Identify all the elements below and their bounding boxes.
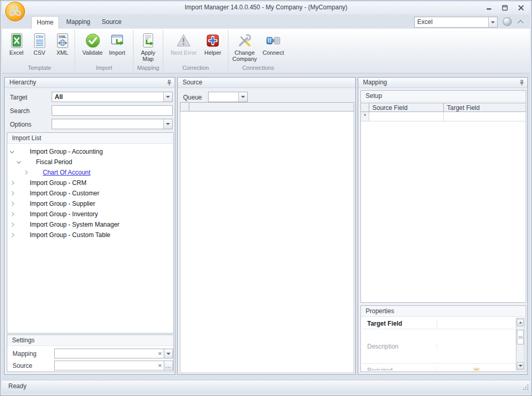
expanded-chevron-icon[interactable] bbox=[17, 159, 21, 164]
collapsed-chevron-icon[interactable] bbox=[23, 170, 28, 175]
mapping-setting-input[interactable] bbox=[55, 350, 156, 357]
change-company-button[interactable]: Change Company bbox=[229, 31, 260, 62]
mapping-setting-editor: × bbox=[54, 349, 173, 358]
tree-item-label[interactable]: Import Group - System Manager bbox=[30, 221, 119, 228]
excel-file-icon bbox=[8, 32, 25, 49]
tab-home[interactable]: Home bbox=[31, 16, 59, 29]
collapsed-chevron-icon[interactable] bbox=[10, 222, 14, 227]
options-label: Options bbox=[10, 121, 31, 128]
template-type-combo-dropdown[interactable] bbox=[488, 17, 497, 27]
orb-button[interactable] bbox=[503, 17, 512, 26]
warning-triangle-icon bbox=[175, 32, 192, 49]
mapping-setting-dropdown[interactable] bbox=[164, 349, 173, 358]
scroll-up-button[interactable] bbox=[517, 319, 524, 326]
template-type-combo-value: Excel bbox=[417, 18, 432, 26]
xml-button[interactable]: XML < > XML bbox=[51, 31, 74, 56]
clear-x-icon[interactable]: × bbox=[156, 349, 164, 358]
new-row-target-field-cell[interactable] bbox=[444, 112, 526, 121]
expanded-chevron-icon[interactable] bbox=[10, 149, 14, 153]
property-name: Required bbox=[362, 367, 437, 370]
group-caption-correction: Correction bbox=[163, 65, 228, 71]
chevron-down-icon bbox=[241, 96, 245, 98]
helper-button[interactable]: Helper bbox=[201, 31, 225, 56]
column-header-target-field[interactable]: Target Field bbox=[444, 103, 526, 112]
collapse-ribbon-chevron-icon[interactable] bbox=[517, 20, 523, 26]
settings-box: Settings Mapping × Source × … bbox=[7, 335, 174, 372]
mapping-panel-title: Mapping bbox=[363, 79, 387, 86]
tree-item-label[interactable]: Import Group - Supplier bbox=[30, 200, 95, 207]
tree-item-label[interactable]: Import Group - Custom Table bbox=[30, 231, 111, 239]
tree-item-label[interactable]: Import Group - CRM bbox=[30, 179, 87, 187]
mapping-grid-header: Source Field Target Field bbox=[361, 103, 526, 112]
excel-button[interactable]: Excel bbox=[5, 31, 28, 56]
template-type-combo[interactable]: Excel bbox=[414, 17, 498, 28]
tree-item-label[interactable]: Import Group - Accounting bbox=[30, 148, 103, 155]
source-setting-browse-button[interactable]: … bbox=[164, 361, 173, 370]
import-list-header: Import List bbox=[7, 133, 173, 144]
resize-grip[interactable] bbox=[522, 383, 529, 390]
trefoil-logo-icon bbox=[7, 4, 23, 19]
source-grid-column-header[interactable] bbox=[189, 103, 354, 111]
setup-box: Setup Source Field Target Field * bbox=[360, 90, 526, 303]
property-row[interactable]: Target Field bbox=[362, 318, 515, 329]
scrollbar-thumb[interactable] bbox=[517, 330, 524, 344]
status-text: Ready bbox=[8, 382, 27, 390]
chevron-up-icon bbox=[519, 321, 522, 324]
new-row-source-field-cell[interactable] bbox=[369, 112, 444, 121]
apply-map-button[interactable]: Apply Map bbox=[135, 31, 161, 62]
property-row[interactable]: Description bbox=[362, 329, 515, 364]
required-checkbox[interactable] bbox=[474, 368, 479, 371]
properties-box: Properties Target Field Description Requ… bbox=[360, 305, 526, 372]
source-setting-input[interactable] bbox=[55, 362, 156, 369]
validate-check-icon bbox=[84, 32, 101, 49]
ribbon-group-correction: Next Error Helper Correction bbox=[163, 30, 228, 71]
close-button[interactable] bbox=[516, 4, 526, 11]
options-combo[interactable] bbox=[52, 119, 173, 129]
group-caption-import: Import bbox=[75, 65, 133, 71]
svg-text:CSV: CSV bbox=[35, 35, 43, 39]
minimize-button[interactable] bbox=[484, 4, 493, 11]
column-header-source-field[interactable]: Source Field bbox=[369, 103, 444, 112]
restore-button[interactable] bbox=[500, 4, 510, 11]
collapsed-chevron-icon[interactable] bbox=[10, 212, 14, 216]
mapping-grid-new-row: * bbox=[361, 112, 526, 121]
tree-item-label[interactable]: Import Group - Inventory bbox=[30, 211, 98, 218]
properties-scrollbar[interactable] bbox=[516, 318, 525, 370]
collapsed-chevron-icon[interactable] bbox=[10, 191, 14, 195]
source-grid-header bbox=[180, 102, 354, 112]
collapsed-chevron-icon[interactable] bbox=[10, 202, 14, 206]
collapsed-chevron-icon[interactable] bbox=[10, 233, 14, 237]
options-combo-dropdown[interactable] bbox=[163, 119, 172, 129]
tab-source[interactable]: Source bbox=[99, 16, 124, 29]
svg-text:XML: XML bbox=[58, 35, 67, 39]
tab-mapping[interactable]: Mapping bbox=[64, 16, 93, 29]
csv-button[interactable]: CSV CSV bbox=[28, 31, 51, 56]
source-setting-editor: × … bbox=[54, 361, 173, 370]
clear-x-icon[interactable]: × bbox=[156, 361, 164, 370]
connect-button[interactable]: Connect bbox=[260, 31, 287, 62]
app-menu-button[interactable] bbox=[5, 2, 25, 21]
pin-icon[interactable] bbox=[167, 80, 172, 86]
tree-item-label[interactable]: Fiscal Period bbox=[36, 158, 72, 166]
scroll-down-button[interactable] bbox=[517, 362, 524, 369]
validate-button[interactable]: Validate bbox=[80, 31, 106, 56]
source-panel: Source Queue bbox=[177, 77, 356, 375]
title-bar: Import Manager 14.0.0.450 - My Company -… bbox=[1, 1, 531, 15]
import-button[interactable]: Import bbox=[106, 31, 129, 56]
target-combo[interactable]: All bbox=[52, 92, 173, 102]
group-caption-template: Template bbox=[4, 65, 75, 71]
pin-icon[interactable] bbox=[519, 80, 524, 86]
helper-plus-icon bbox=[204, 32, 221, 49]
tree-item-label[interactable]: Import Group - Customer bbox=[30, 190, 99, 197]
chevron-down-icon bbox=[166, 353, 171, 355]
hierarchy-panel-header: Hierarchy bbox=[5, 78, 175, 88]
target-combo-dropdown[interactable] bbox=[163, 92, 172, 102]
queue-combo-dropdown[interactable] bbox=[238, 92, 247, 102]
tree-item-label-selected[interactable]: Chart Of Account bbox=[43, 169, 90, 176]
queue-combo[interactable] bbox=[208, 92, 248, 102]
thumb-grip-icon bbox=[518, 336, 523, 339]
property-row[interactable]: Required bbox=[362, 364, 515, 370]
collapsed-chevron-icon[interactable] bbox=[10, 181, 14, 185]
window-title: Import Manager 14.0.0.450 - My Company -… bbox=[1, 1, 531, 15]
search-input[interactable] bbox=[52, 106, 172, 115]
